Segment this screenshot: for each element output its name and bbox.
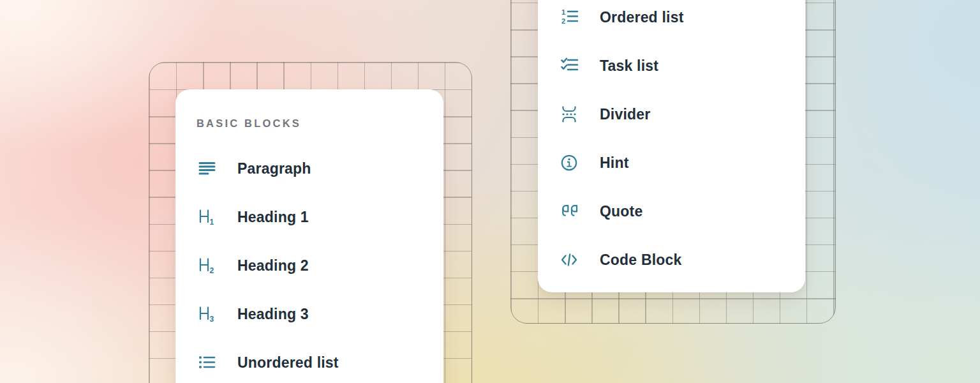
menu-item-label: Code Block <box>600 252 682 269</box>
blocks-menu-continued: 1 2 Ordered list Task list <box>538 0 805 292</box>
svg-text:3: 3 <box>210 315 214 324</box>
menu-item-label: Unordered list <box>237 354 339 372</box>
basic-blocks-header: BASIC BLOCKS <box>175 114 443 133</box>
menu-item-ordered-list[interactable]: 1 2 Ordered list <box>538 0 805 41</box>
task-list-icon <box>560 56 579 75</box>
quote-icon <box>560 202 579 221</box>
unordered-list-icon <box>197 353 216 372</box>
hint-icon <box>560 153 579 172</box>
heading-1-icon: 1 <box>197 207 216 227</box>
menu-item-label: Task list <box>600 57 658 75</box>
svg-text:2: 2 <box>561 17 565 25</box>
svg-text:1: 1 <box>561 8 565 16</box>
svg-text:2: 2 <box>210 266 214 275</box>
menu-item-label: Hint <box>600 154 629 172</box>
heading-3-icon: 3 <box>197 304 216 324</box>
heading-2-icon: 2 <box>197 256 216 275</box>
svg-text:1: 1 <box>210 218 214 227</box>
menu-item-label: Quote <box>600 203 642 220</box>
menu-item-code-block[interactable]: Code Block <box>538 236 805 284</box>
menu-item-divider[interactable]: Divider <box>538 90 805 139</box>
menu-item-label: Paragraph <box>237 160 311 177</box>
menu-item-label: Heading 2 <box>237 257 309 274</box>
menu-item-label: Ordered list <box>600 9 684 26</box>
menu-item-label: Heading 3 <box>237 306 309 323</box>
code-block-icon <box>560 250 579 269</box>
menu-item-quote[interactable]: Quote <box>538 187 805 236</box>
basic-blocks-menu: BASIC BLOCKS Paragraph 1 Heading 1 2 Hea… <box>175 89 443 383</box>
paragraph-icon <box>197 159 216 178</box>
ordered-list-icon: 1 2 <box>560 8 579 27</box>
divider-icon <box>560 105 579 124</box>
menu-item-task-list[interactable]: Task list <box>538 41 805 90</box>
menu-item-heading-1[interactable]: 1 Heading 1 <box>175 193 443 241</box>
menu-item-label: Heading 1 <box>237 209 309 226</box>
menu-item-unordered-list[interactable]: Unordered list <box>175 338 443 383</box>
menu-item-label: Divider <box>600 106 650 123</box>
menu-item-heading-3[interactable]: 3 Heading 3 <box>175 290 443 338</box>
menu-item-hint[interactable]: Hint <box>538 139 805 187</box>
menu-item-paragraph[interactable]: Paragraph <box>175 144 443 193</box>
menu-item-heading-2[interactable]: 2 Heading 2 <box>175 241 443 290</box>
